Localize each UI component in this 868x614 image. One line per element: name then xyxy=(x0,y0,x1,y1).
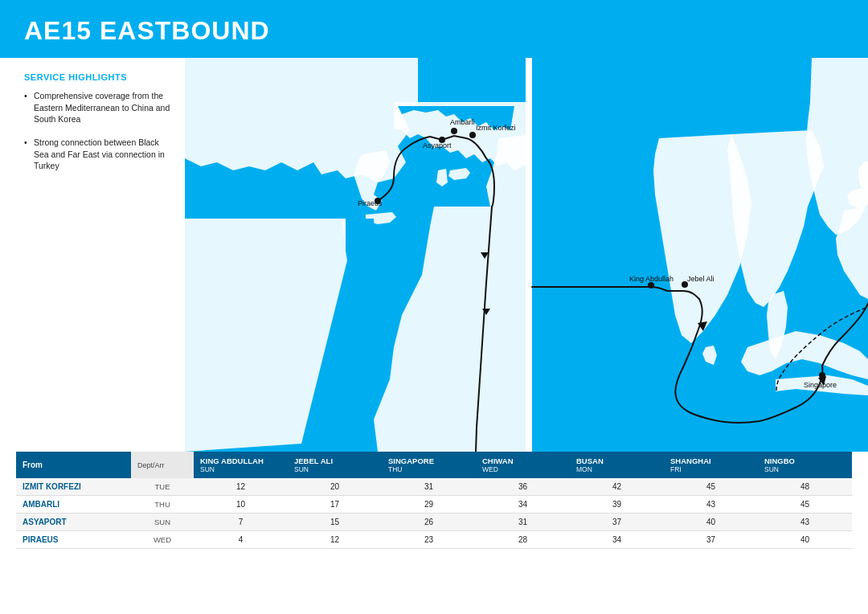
port-name: ASYAPORT xyxy=(16,514,131,531)
value-cell: 12 xyxy=(288,531,382,549)
value-cell: 31 xyxy=(382,478,476,496)
svg-text:Jebel Ali: Jebel Ali xyxy=(687,275,714,283)
highlights-list: Comprehensive coverage from the Eastern … xyxy=(24,90,172,172)
table-row: AMBARLI THU 10 17 29 34 39 43 45 xyxy=(16,496,852,514)
value-cell: 45 xyxy=(758,496,852,514)
svg-text:Izmit Korfezi: Izmit Korfezi xyxy=(476,124,516,132)
map-svg: Ambarli Izmit Korfezi Asyaport Piraeus K… xyxy=(185,58,868,452)
day-cell: TUE xyxy=(131,478,194,496)
table-row: ASYAPORT SUN 7 15 26 31 37 40 43 xyxy=(16,514,852,531)
value-cell: 17 xyxy=(288,496,382,514)
main-content: SERVICE HIGHLIGHTS Comprehensive coverag… xyxy=(0,58,868,452)
col-header-busan: BUSAN MON xyxy=(570,452,664,478)
value-cell: 36 xyxy=(476,478,570,496)
table-row: IZMIT KORFEZI TUE 12 20 31 36 42 45 48 xyxy=(16,478,852,496)
value-cell: 23 xyxy=(382,531,476,549)
col-header-deptarr: Dept/Arr xyxy=(131,452,194,478)
table-row: PIRAEUS WED 4 12 23 28 34 37 40 xyxy=(16,531,852,549)
port-name: AMBARLI xyxy=(16,496,131,514)
highlight-item-2: Strong connection between Black Sea and … xyxy=(24,137,172,172)
svg-point-5 xyxy=(469,132,476,138)
col-header-king-abdullah: KING ABDULLAH SUN xyxy=(194,452,288,478)
value-cell: 10 xyxy=(194,496,288,514)
value-cell: 37 xyxy=(664,531,758,549)
col-header-chiwan: CHIWAN WED xyxy=(476,452,570,478)
value-cell: 42 xyxy=(570,478,664,496)
value-cell: 4 xyxy=(194,531,288,549)
schedule-table: From Dept/Arr KING ABDULLAH SUN JEBEL AL… xyxy=(16,452,852,549)
service-highlights-title: SERVICE HIGHLIGHTS xyxy=(24,72,172,82)
value-cell: 34 xyxy=(570,531,664,549)
schedule-table-container: From Dept/Arr KING ABDULLAH SUN JEBEL AL… xyxy=(0,452,868,614)
col-header-shanghai: SHANGHAI FRI xyxy=(664,452,758,478)
port-name: PIRAEUS xyxy=(16,531,131,549)
day-cell: THU xyxy=(131,496,194,514)
value-cell: 48 xyxy=(758,478,852,496)
svg-text:Ambarli: Ambarli xyxy=(450,118,475,126)
value-cell: 31 xyxy=(476,514,570,531)
svg-text:King Abdullah: King Abdullah xyxy=(629,275,674,283)
page-title: AE15 EASTBOUND xyxy=(24,16,270,46)
value-cell: 7 xyxy=(194,514,288,531)
col-header-from: From xyxy=(16,452,131,478)
value-cell: 26 xyxy=(382,514,476,531)
svg-point-4 xyxy=(451,128,457,134)
value-cell: 45 xyxy=(664,478,758,496)
svg-text:Piraeus: Piraeus xyxy=(358,199,383,207)
value-cell: 15 xyxy=(288,514,382,531)
day-cell: SUN xyxy=(131,514,194,531)
col-header-singapore: SINGAPORE THU xyxy=(382,452,476,478)
value-cell: 43 xyxy=(664,496,758,514)
map-area: Ambarli Izmit Korfezi Asyaport Piraeus K… xyxy=(185,58,868,452)
day-cell: WED xyxy=(131,531,194,549)
header: AE15 EASTBOUND xyxy=(0,0,868,58)
col-header-jebel-ali: JEBEL ALI SUN xyxy=(288,452,382,478)
value-cell: 40 xyxy=(758,531,852,549)
svg-point-8 xyxy=(648,282,654,289)
value-cell: 34 xyxy=(476,496,570,514)
col-header-ningbo: NINGBO SUN xyxy=(758,452,852,478)
svg-rect-1 xyxy=(526,58,532,452)
value-cell: 20 xyxy=(288,478,382,496)
highlight-item-1: Comprehensive coverage from the Eastern … xyxy=(24,90,172,125)
svg-text:Asyaport: Asyaport xyxy=(423,141,452,149)
value-cell: 39 xyxy=(570,496,664,514)
port-name: IZMIT KORFEZI xyxy=(16,478,131,496)
left-panel: SERVICE HIGHLIGHTS Comprehensive coverag… xyxy=(0,58,185,452)
value-cell: 43 xyxy=(758,514,852,531)
value-cell: 12 xyxy=(194,478,288,496)
value-cell: 37 xyxy=(570,514,664,531)
value-cell: 28 xyxy=(476,531,570,549)
svg-text:Singapore: Singapore xyxy=(804,381,837,389)
value-cell: 40 xyxy=(664,514,758,531)
value-cell: 29 xyxy=(382,496,476,514)
